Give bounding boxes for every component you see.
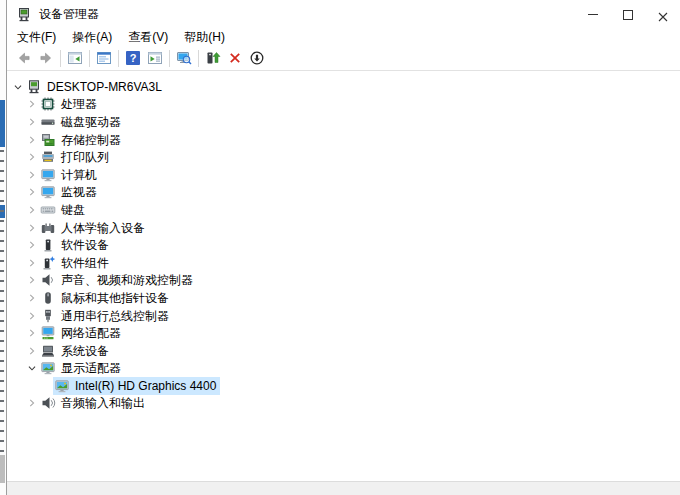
storage-icon xyxy=(40,132,56,148)
titlebar: 设备管理器 xyxy=(7,0,680,29)
tree-item-label: 人体学输入设备 xyxy=(61,220,145,236)
update-driver-button[interactable] xyxy=(202,47,224,69)
selected-row-body: Intel(R) HD Graphics 4400 xyxy=(53,377,220,395)
help-button[interactable]: ? xyxy=(122,47,144,69)
display-icon xyxy=(40,360,56,376)
minimize-button[interactable] xyxy=(575,0,610,29)
chevron-right-icon[interactable] xyxy=(25,343,39,359)
close-button[interactable] xyxy=(645,0,680,29)
disable-icon xyxy=(249,50,265,66)
device-tree: DESKTOP-MR6VA3L处理器磁盘驱动器存储控制器打印队列计算机监视器键盘… xyxy=(7,71,680,481)
chevron-right-icon[interactable] xyxy=(25,395,39,411)
speaker-icon xyxy=(40,272,56,288)
tree-item-label: 监视器 xyxy=(61,184,97,200)
tree-item-computer[interactable]: 计算机 xyxy=(7,166,680,184)
chevron-right-icon[interactable] xyxy=(25,184,39,200)
software-component-icon xyxy=(40,255,56,271)
menu-item-view[interactable]: 查看(V) xyxy=(120,28,176,47)
tree-item-label: DESKTOP-MR6VA3L xyxy=(47,79,162,95)
background-highlight xyxy=(0,100,5,147)
device-manager-window: 设备管理器 文件(F)操作(A)查看(V)帮助(H) ? DESKTOP-MR6… xyxy=(7,0,680,495)
row-body: 存储控制器 xyxy=(39,131,125,149)
tree-item-display-adapters[interactable]: 显示适配器 xyxy=(7,360,680,378)
chevron-right-icon[interactable] xyxy=(25,325,39,341)
tree-item-label: 处理器 xyxy=(61,96,97,112)
chevron-right-icon[interactable] xyxy=(25,308,39,324)
menubar: 文件(F)操作(A)查看(V)帮助(H) xyxy=(7,29,680,46)
properties-icon xyxy=(96,50,112,66)
tree-item-keyboards[interactable]: 键盘 xyxy=(7,201,680,219)
menu-item-action[interactable]: 操作(A) xyxy=(64,28,120,47)
show-hide-console-tree-button[interactable] xyxy=(64,47,86,69)
row-body: 通用串行总线控制器 xyxy=(39,307,173,325)
tree-item-processors[interactable]: 处理器 xyxy=(7,96,680,114)
tree-item-label: 软件组件 xyxy=(61,255,109,271)
row-body: DESKTOP-MR6VA3L xyxy=(25,78,166,96)
back-button[interactable] xyxy=(13,47,35,69)
disable-device-button[interactable] xyxy=(246,47,268,69)
tree-item-software-devices[interactable]: 软件设备 xyxy=(7,236,680,254)
menu-item-help[interactable]: 帮助(H) xyxy=(176,28,233,47)
tree-item-disk-drives[interactable]: 磁盘驱动器 xyxy=(7,113,680,131)
menu-item-file[interactable]: 文件(F) xyxy=(9,28,64,47)
properties-button[interactable] xyxy=(93,47,115,69)
uninstall-device-button[interactable] xyxy=(224,47,246,69)
chevron-spacer xyxy=(39,378,53,394)
monitor-blue-icon xyxy=(40,184,56,200)
cpu-icon xyxy=(40,96,56,112)
toolbar-separator xyxy=(89,50,90,67)
tree-item-label: 鼠标和其他指针设备 xyxy=(61,290,169,306)
tree-item-usb-controllers[interactable]: 通用串行总线控制器 xyxy=(7,307,680,325)
tree-item-sound-video-game-controllers[interactable]: 声音、视频和游戏控制器 xyxy=(7,272,680,290)
chevron-right-icon[interactable] xyxy=(25,114,39,130)
chevron-right-icon[interactable] xyxy=(25,255,39,271)
chevron-right-icon[interactable] xyxy=(25,202,39,218)
tree-item-label: 音频输入和输出 xyxy=(61,395,145,411)
chevron-right-icon[interactable] xyxy=(25,96,39,112)
tree-item-print-queues[interactable]: 打印队列 xyxy=(7,148,680,166)
tree-item-network-adapters[interactable]: 网络适配器 xyxy=(7,324,680,342)
chevron-right-icon[interactable] xyxy=(25,290,39,306)
background-window-edge xyxy=(0,0,7,495)
forward-button[interactable] xyxy=(35,47,57,69)
chevron-right-icon[interactable] xyxy=(25,167,39,183)
tree-item-storage-controllers[interactable]: 存储控制器 xyxy=(7,131,680,149)
chevron-right-icon[interactable] xyxy=(25,132,39,148)
chevron-down-icon[interactable] xyxy=(25,360,39,376)
audio-icon xyxy=(40,395,56,411)
toolbar: ? xyxy=(7,46,680,71)
uninstall-icon xyxy=(227,50,243,66)
toolbar-separator xyxy=(118,50,119,67)
chevron-right-icon[interactable] xyxy=(25,149,39,165)
console-tree-icon xyxy=(67,50,83,66)
tree-item-system-devices[interactable]: 系统设备 xyxy=(7,342,680,360)
tree-item-label: 打印队列 xyxy=(61,149,109,165)
row-body: 显示适配器 xyxy=(39,359,125,377)
tree-item-software-components[interactable]: 软件组件 xyxy=(7,254,680,272)
printer-icon xyxy=(40,149,56,165)
minimize-icon xyxy=(588,14,598,15)
tree-item-mice-and-pointing-devices[interactable]: 鼠标和其他指针设备 xyxy=(7,289,680,307)
tree-item-intel-hd-graphics-4400[interactable]: Intel(R) HD Graphics 4400 xyxy=(7,377,680,395)
statusbar xyxy=(7,481,680,495)
tree-item-label: 声音、视频和游戏控制器 xyxy=(61,272,193,288)
tree-item-desktop-mr6va3l[interactable]: DESKTOP-MR6VA3L xyxy=(7,78,680,96)
show-hide-action-pane-button[interactable] xyxy=(144,47,166,69)
tree-item-monitors[interactable]: 监视器 xyxy=(7,184,680,202)
maximize-button[interactable] xyxy=(610,0,645,29)
network-icon xyxy=(40,325,56,341)
chevron-down-icon[interactable] xyxy=(11,79,25,95)
tree-item-label: 存储控制器 xyxy=(61,132,121,148)
mouse-icon xyxy=(40,290,56,306)
tree-item-label: 磁盘驱动器 xyxy=(61,114,121,130)
background-scroll-block xyxy=(0,455,5,483)
chevron-right-icon[interactable] xyxy=(25,220,39,236)
tree-item-audio-inputs-and-outputs[interactable]: 音频输入和输出 xyxy=(7,395,680,413)
scan-hardware-changes-button[interactable] xyxy=(173,47,195,69)
tree-item-human-interface-devices[interactable]: 人体学输入设备 xyxy=(7,219,680,237)
tree-item-label: 键盘 xyxy=(61,202,85,218)
chevron-right-icon[interactable] xyxy=(25,237,39,253)
row-body: 打印队列 xyxy=(39,148,113,166)
update-driver-icon xyxy=(205,50,221,66)
chevron-right-icon[interactable] xyxy=(25,272,39,288)
